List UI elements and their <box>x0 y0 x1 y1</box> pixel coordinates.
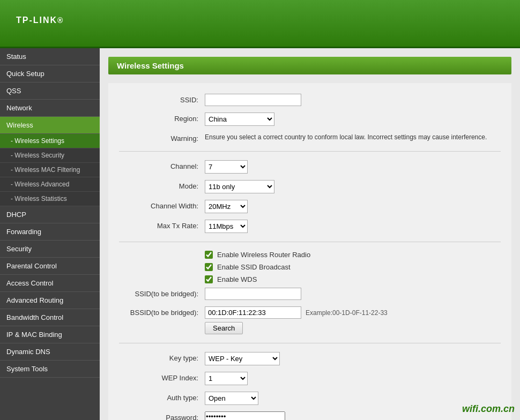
sidebar-item-quick-setup[interactable]: Quick Setup <box>0 65 100 82</box>
sidebar-item-parental-control[interactable]: Parental Control <box>0 258 100 275</box>
mode-label: Mode: <box>119 180 205 190</box>
key-type-control: No Security WEP - Key WPA/WPA2 Personal … <box>205 352 501 365</box>
ssid-label: SSID: <box>119 94 205 104</box>
auth-type-label: Auth type: <box>119 392 205 402</box>
channelwidth-label: Channel Width: <box>119 200 205 210</box>
bssid-input-row: Example:00-1D-0F-11-22-33 <box>205 306 501 319</box>
key-type-select[interactable]: No Security WEP - Key WPA/WPA2 Personal … <box>205 352 280 365</box>
sidebar-item-security[interactable]: Security <box>0 241 100 258</box>
mode-select[interactable]: 11b only 11g only 11n only 11bg mixed 11… <box>205 180 274 193</box>
key-type-row: Key type: No Security WEP - Key WPA/WPA2… <box>119 352 501 365</box>
bssid-example: Example:00-1D-0F-11-22-33 <box>306 309 388 317</box>
sidebar-item-dynamic-dns[interactable]: Dynamic DNS <box>0 343 100 361</box>
sidebar-item-system-tools[interactable]: System Tools <box>0 361 100 378</box>
ssid-control <box>205 94 501 106</box>
main-content: Wireless Settings SSID: Region: China Un… <box>100 48 520 420</box>
channel-control: 1234 5678 9101112 13Auto <box>205 160 501 174</box>
page-title: Wireless Settings <box>117 61 184 70</box>
logo: TP-LINK® <box>16 12 64 35</box>
channel-label: Channel: <box>119 160 205 170</box>
enable-wds-label: Enable WDS <box>217 275 257 283</box>
sidebar-item-access-control[interactable]: Access Control <box>0 275 100 292</box>
channelwidth-row: Channel Width: 20MHz 40MHz <box>119 200 501 213</box>
content-area: SSID: Region: China United States Europe… <box>108 83 511 420</box>
ssid-input[interactable] <box>205 94 301 106</box>
sidebar-item-qss[interactable]: QSS <box>0 82 100 100</box>
channelwidth-select[interactable]: 20MHz 40MHz <box>205 200 248 213</box>
enable-ssid-checkbox[interactable] <box>205 263 213 271</box>
mode-row: Mode: 11b only 11g only 11n only 11bg mi… <box>119 180 501 193</box>
enable-radio-checkbox[interactable] <box>205 251 213 259</box>
password-row: Password: <box>119 411 501 420</box>
region-label: Region: <box>119 112 205 123</box>
warning-text: Ensure you select a correct country to c… <box>205 132 501 142</box>
txrate-row: Max Tx Rate: 1Mbps 2Mbps 5.5Mbps 11Mbps … <box>119 220 501 233</box>
ssid-bridged-input[interactable] <box>205 288 301 300</box>
ssid-bridged-control <box>205 288 501 300</box>
sidebar-item-wireless-mac-filtering[interactable]: - Wireless MAC Filtering <box>0 163 100 177</box>
logo-text: TP-LINK <box>16 16 57 25</box>
sidebar-item-network[interactable]: Network <box>0 100 100 117</box>
bssid-bridged-row: BSSID(to be bridged): Example:00-1D-0F-1… <box>119 306 501 334</box>
auth-type-row: Auth type: Open Shared Auto <box>119 392 501 405</box>
sidebar-item-ip-mac-binding[interactable]: IP & MAC Binding <box>0 326 100 343</box>
txrate-control: 1Mbps 2Mbps 5.5Mbps 11Mbps 54Mbps <box>205 220 501 233</box>
ssid-bridged-row: SSID(to be bridged): <box>119 288 501 300</box>
enable-ssid-row: Enable SSID Broadcast <box>205 263 501 271</box>
enable-radio-label: Enable Wireless Router Radio <box>217 251 310 259</box>
enable-wds-row: Enable WDS <box>205 275 501 283</box>
sidebar-item-status[interactable]: Status <box>0 48 100 65</box>
region-control: China United States Europe Japan <box>205 112 501 126</box>
watermark: wifi.com.cn <box>462 403 515 415</box>
channel-row: Channel: 1234 5678 9101112 13Auto <box>119 160 501 174</box>
logo-superscript: ® <box>57 16 64 25</box>
wep-index-row: WEP Index: 1 2 3 4 <box>119 372 501 385</box>
sidebar-item-wireless-security[interactable]: - Wireless Security <box>0 148 100 163</box>
divider2 <box>119 242 501 242</box>
sidebar-item-wireless-statistics[interactable]: - Wireless Statistics <box>0 192 100 206</box>
wep-index-label: WEP Index: <box>119 372 205 382</box>
txrate-select[interactable]: 1Mbps 2Mbps 5.5Mbps 11Mbps 54Mbps <box>205 220 248 233</box>
warning-row: Warning: Ensure you select a correct cou… <box>119 132 501 142</box>
channelwidth-control: 20MHz 40MHz <box>205 200 501 213</box>
header: TP-LINK® <box>0 0 520 48</box>
mode-control: 11b only 11g only 11n only 11bg mixed 11… <box>205 180 501 193</box>
sidebar-item-wireless-advanced[interactable]: - Wireless Advanced <box>0 177 100 192</box>
enable-wds-checkbox[interactable] <box>205 275 213 283</box>
ssid-row: SSID: <box>119 94 501 106</box>
sidebar-item-wireless-settings[interactable]: - Wireless Settings <box>0 134 100 148</box>
enable-ssid-label: Enable SSID Broadcast <box>217 263 291 271</box>
password-control <box>205 411 501 420</box>
sidebar-item-dhcp[interactable]: DHCP <box>0 206 100 223</box>
bssid-bridged-label: BSSID(to be bridged): <box>119 306 205 317</box>
txrate-label: Max Tx Rate: <box>119 220 205 230</box>
main-layout: StatusQuick SetupQSSNetworkWireless- Wir… <box>0 48 520 420</box>
region-select[interactable]: China United States Europe Japan <box>205 112 274 126</box>
auth-type-control: Open Shared Auto <box>205 392 501 405</box>
region-row: Region: China United States Europe Japan <box>119 112 501 126</box>
sidebar-item-advanced-routing[interactable]: Advanced Routing <box>0 292 100 309</box>
key-type-label: Key type: <box>119 352 205 362</box>
warning-label: Warning: <box>119 132 205 142</box>
page-title-bar: Wireless Settings <box>108 57 511 74</box>
sidebar-item-wireless[interactable]: Wireless <box>0 117 100 134</box>
enable-radio-row: Enable Wireless Router Radio <box>205 251 501 259</box>
ssid-bridged-label: SSID(to be bridged): <box>119 288 205 298</box>
sidebar: StatusQuick SetupQSSNetworkWireless- Wir… <box>0 48 100 420</box>
sidebar-item-bandwidth-control[interactable]: Bandwidth Control <box>0 309 100 326</box>
sidebar-item-forwarding[interactable]: Forwarding <box>0 223 100 241</box>
wep-index-select[interactable]: 1 2 3 4 <box>205 372 248 385</box>
password-input[interactable] <box>205 411 285 420</box>
search-button[interactable]: Search <box>205 322 243 334</box>
divider3 <box>119 343 501 343</box>
password-label: Password: <box>119 411 205 420</box>
channel-select[interactable]: 1234 5678 9101112 13Auto <box>205 160 248 174</box>
divider1 <box>119 151 501 152</box>
bssid-input[interactable] <box>205 306 301 319</box>
bssid-bridged-control: Example:00-1D-0F-11-22-33 Search <box>205 306 501 334</box>
wep-index-control: 1 2 3 4 <box>205 372 501 385</box>
auth-type-select[interactable]: Open Shared Auto <box>205 392 258 405</box>
